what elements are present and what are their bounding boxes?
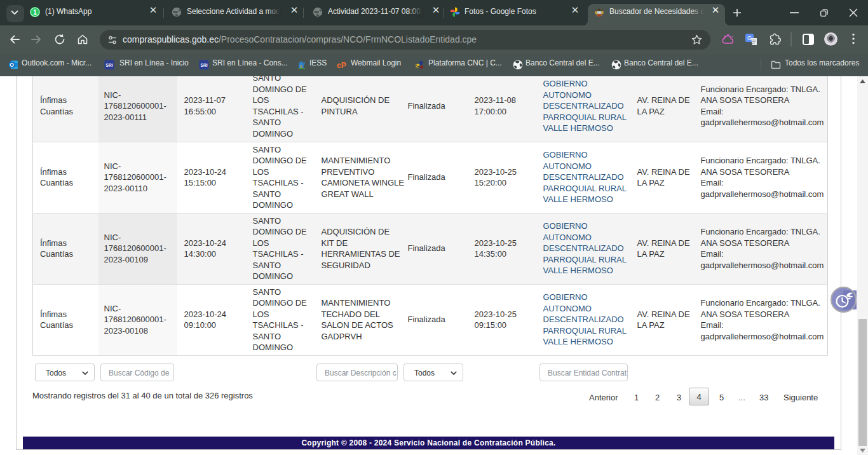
svg-text:O: O (10, 62, 14, 68)
svg-text:SRI: SRI (106, 63, 113, 67)
svg-text:SRI: SRI (201, 63, 208, 67)
svg-text:cP: cP (337, 61, 346, 70)
svg-text:1: 1 (33, 9, 37, 16)
svg-text:G: G (747, 35, 752, 41)
